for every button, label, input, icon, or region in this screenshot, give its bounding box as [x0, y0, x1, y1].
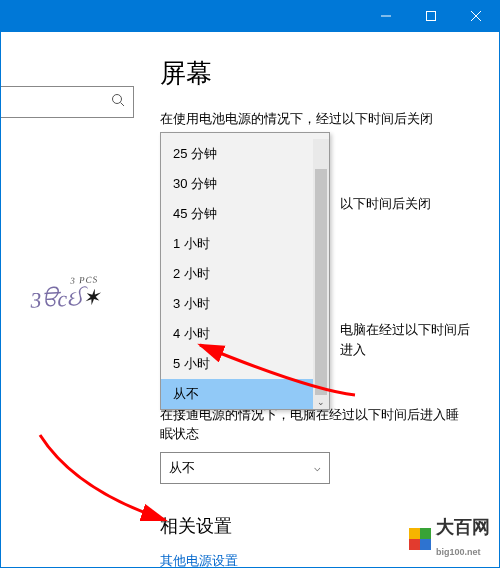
watermark-subtext: big100.net — [436, 547, 481, 557]
watermark-text: 大百网 — [436, 517, 490, 537]
dropdown-scrollbar[interactable]: ⌄ — [313, 139, 329, 409]
chevron-down-icon: ⌵ — [314, 461, 321, 474]
dropdown-value: 从不 — [169, 459, 195, 477]
list-item[interactable]: 1 小时 — [161, 229, 329, 259]
list-item[interactable]: 3 小时 — [161, 289, 329, 319]
search-input[interactable] — [0, 86, 134, 118]
maximize-button[interactable] — [408, 0, 453, 32]
close-button[interactable] — [453, 0, 498, 32]
chevron-down-icon[interactable]: ⌄ — [313, 395, 329, 409]
main-content: 屏幕 在使用电池电源的情况下，经过以下时间后关闭 25 分钟30 分钟45 分钟… — [140, 32, 500, 568]
svg-rect-1 — [426, 12, 435, 21]
site-watermark: 大百网 big100.net — [408, 515, 490, 560]
plugged-sleep-dropdown[interactable]: 从不 ⌵ — [160, 452, 330, 484]
list-item[interactable]: 2 小时 — [161, 259, 329, 289]
minimize-button[interactable] — [363, 0, 408, 32]
list-item[interactable]: 45 分钟 — [161, 199, 329, 229]
scrollbar-thumb[interactable] — [315, 169, 327, 395]
list-item[interactable]: 从不 — [161, 379, 329, 409]
svg-point-4 — [113, 95, 122, 104]
page-title: 屏幕 — [160, 56, 470, 91]
sidebar — [0, 32, 140, 568]
timeout-dropdown-list[interactable]: 25 分钟30 分钟45 分钟1 小时2 小时3 小时4 小时5 小时从不 ⌄ — [160, 132, 330, 410]
list-item[interactable]: 30 分钟 — [161, 169, 329, 199]
list-item[interactable]: 25 分钟 — [161, 139, 329, 169]
list-item[interactable]: 4 小时 — [161, 319, 329, 349]
label-plugged-screen-off: 以下时间后关闭 — [340, 194, 470, 214]
svg-line-5 — [121, 103, 125, 107]
label-plugged-sleep: 在接通电源的情况下，电脑在经过以下时间后进入睡眠状态 — [160, 405, 470, 444]
search-icon — [111, 93, 125, 111]
window-titlebar — [0, 0, 500, 32]
label-battery-sleep: 电脑在经过以下时间后进入 — [340, 320, 470, 359]
label-battery-screen-off: 在使用电池电源的情况下，经过以下时间后关闭 — [160, 109, 470, 129]
list-item[interactable]: 5 小时 — [161, 349, 329, 379]
